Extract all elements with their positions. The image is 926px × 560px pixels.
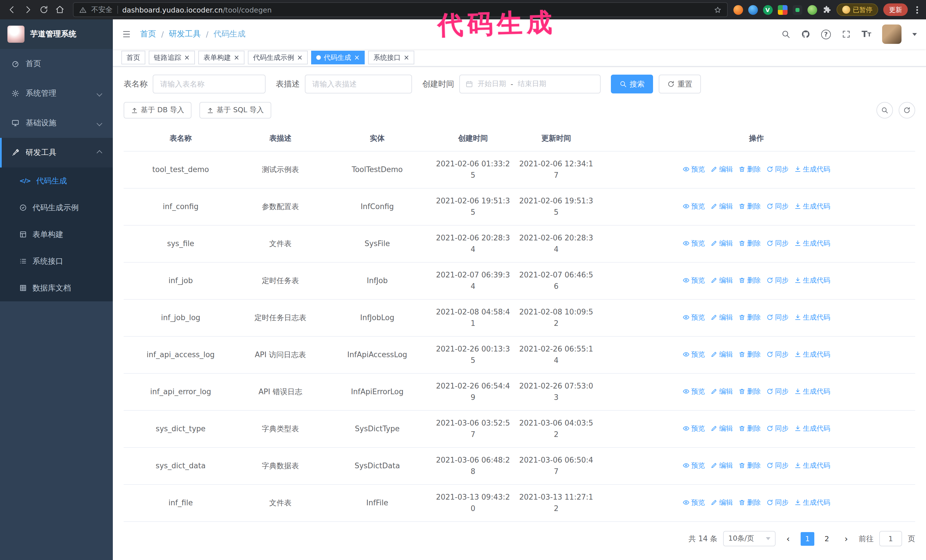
- avatar-caret-icon[interactable]: [912, 33, 917, 36]
- tab-system-api[interactable]: 系统接口×: [368, 51, 415, 64]
- generate-code-link[interactable]: 生成代码: [794, 423, 830, 434]
- table-desc-input[interactable]: [305, 75, 412, 94]
- preview-link[interactable]: 预览: [683, 237, 705, 249]
- edit-link[interactable]: 编辑: [711, 275, 733, 286]
- delete-link[interactable]: 删除: [738, 423, 761, 434]
- address-bar[interactable]: 不安全 dashboard.yudao.iocoder.cn/tool/code…: [73, 2, 728, 17]
- edit-link[interactable]: 编辑: [711, 423, 733, 434]
- delete-link[interactable]: 删除: [738, 201, 761, 212]
- font-size-icon[interactable]: TT: [862, 29, 871, 39]
- sidebar-item-devtools[interactable]: 研发工具: [0, 138, 113, 168]
- close-icon[interactable]: ×: [184, 54, 190, 61]
- sidebar-item-home[interactable]: 首页: [0, 49, 113, 78]
- extension-icon-2[interactable]: [748, 5, 758, 15]
- sync-link[interactable]: 同步: [766, 497, 789, 508]
- sidebar-item-codegen[interactable]: </> 代码生成: [0, 168, 113, 194]
- delete-link[interactable]: 删除: [738, 275, 761, 286]
- sync-link[interactable]: 同步: [766, 349, 789, 360]
- sync-link[interactable]: 同步: [766, 386, 789, 397]
- fullscreen-icon[interactable]: [842, 30, 851, 39]
- help-icon[interactable]: ?: [821, 29, 831, 39]
- import-sql-button[interactable]: 基于 SQL 导入: [200, 102, 271, 118]
- preview-link[interactable]: 预览: [683, 163, 705, 175]
- edit-link[interactable]: 编辑: [711, 349, 733, 360]
- sidebar-item-system[interactable]: 系统管理: [0, 78, 113, 108]
- generate-code-link[interactable]: 生成代码: [794, 237, 830, 249]
- delete-link[interactable]: 删除: [738, 460, 761, 471]
- sidebar-item-infra[interactable]: 基础设施: [0, 108, 113, 138]
- sidebar-item-system-api[interactable]: 系统接口: [0, 248, 113, 275]
- puzzle-extensions-icon[interactable]: [822, 5, 831, 14]
- preview-link[interactable]: 预览: [683, 201, 705, 212]
- page-button-2[interactable]: 2: [820, 532, 834, 545]
- preview-link[interactable]: 预览: [683, 423, 705, 434]
- profile-paused-chip[interactable]: 已暂停: [836, 3, 878, 16]
- generate-code-link[interactable]: 生成代码: [794, 386, 830, 397]
- extension-icon-1[interactable]: [733, 5, 743, 15]
- browser-menu-icon[interactable]: [913, 6, 921, 14]
- preview-link[interactable]: 预览: [683, 460, 705, 471]
- import-db-button[interactable]: 基于 DB 导入: [124, 102, 191, 118]
- sync-link[interactable]: 同步: [766, 423, 789, 434]
- sidebar-toggle-icon[interactable]: [122, 30, 131, 39]
- tab-codegen-example[interactable]: 代码生成示例×: [248, 51, 308, 64]
- home-button[interactable]: [53, 2, 67, 17]
- edit-link[interactable]: 编辑: [711, 201, 733, 212]
- sidebar-item-db-docs[interactable]: 数据库文档: [0, 275, 113, 301]
- sync-link[interactable]: 同步: [766, 237, 789, 249]
- extension-icon-3[interactable]: V: [763, 5, 772, 15]
- tab-tracing[interactable]: 链路追踪×: [149, 51, 195, 64]
- tab-codegen[interactable]: 代码生成×: [311, 51, 365, 64]
- breadcrumb-devtools[interactable]: 研发工具: [169, 29, 201, 39]
- toggle-search-button[interactable]: [876, 102, 893, 118]
- preview-link[interactable]: 预览: [683, 497, 705, 508]
- close-icon[interactable]: ×: [404, 54, 409, 61]
- generate-code-link[interactable]: 生成代码: [794, 497, 830, 508]
- sidebar-logo[interactable]: 芋道管理系统: [0, 20, 113, 49]
- generate-code-link[interactable]: 生成代码: [794, 275, 830, 286]
- edit-link[interactable]: 编辑: [711, 312, 733, 323]
- date-range-picker[interactable]: 开始日期 - 结束日期: [459, 75, 601, 94]
- search-button[interactable]: 搜索: [611, 75, 653, 94]
- search-icon[interactable]: [781, 30, 790, 39]
- security-warning-icon[interactable]: [79, 6, 86, 14]
- edit-link[interactable]: 编辑: [711, 237, 733, 249]
- sync-link[interactable]: 同步: [766, 460, 789, 471]
- preview-link[interactable]: 预览: [683, 349, 705, 360]
- generate-code-link[interactable]: 生成代码: [794, 201, 830, 212]
- generate-code-link[interactable]: 生成代码: [794, 163, 830, 175]
- delete-link[interactable]: 删除: [738, 237, 761, 249]
- close-icon[interactable]: ×: [297, 54, 303, 61]
- extension-icon-5[interactable]: [792, 5, 802, 15]
- sidebar-item-form-builder[interactable]: 表单构建: [0, 221, 113, 248]
- generate-code-link[interactable]: 生成代码: [794, 349, 830, 360]
- tab-home[interactable]: 首页: [121, 51, 145, 64]
- close-icon[interactable]: ×: [234, 54, 239, 61]
- tab-form-builder[interactable]: 表单构建×: [198, 51, 244, 64]
- sidebar-item-codegen-example[interactable]: 代码生成示例: [0, 194, 113, 221]
- github-icon[interactable]: [801, 30, 810, 39]
- reload-button[interactable]: [36, 2, 51, 17]
- sync-link[interactable]: 同步: [766, 163, 789, 175]
- delete-link[interactable]: 删除: [738, 386, 761, 397]
- generate-code-link[interactable]: 生成代码: [794, 460, 830, 471]
- reset-button[interactable]: 重置: [659, 75, 701, 94]
- edit-link[interactable]: 编辑: [711, 497, 733, 508]
- breadcrumb-home[interactable]: 首页: [140, 29, 156, 39]
- prev-page-button[interactable]: ‹: [781, 532, 795, 545]
- delete-link[interactable]: 删除: [738, 497, 761, 508]
- extension-icon-6[interactable]: [807, 5, 817, 15]
- sync-link[interactable]: 同步: [766, 312, 789, 323]
- sync-link[interactable]: 同步: [766, 275, 789, 286]
- edit-link[interactable]: 编辑: [711, 163, 733, 175]
- user-avatar[interactable]: [882, 24, 902, 44]
- delete-link[interactable]: 删除: [738, 163, 761, 175]
- back-button[interactable]: [5, 2, 20, 17]
- edit-link[interactable]: 编辑: [711, 386, 733, 397]
- page-button-1[interactable]: 1: [800, 532, 814, 545]
- next-page-button[interactable]: ›: [840, 532, 853, 545]
- delete-link[interactable]: 删除: [738, 312, 761, 323]
- sync-link[interactable]: 同步: [766, 201, 789, 212]
- bookmark-star-icon[interactable]: [714, 6, 721, 14]
- generate-code-link[interactable]: 生成代码: [794, 312, 830, 323]
